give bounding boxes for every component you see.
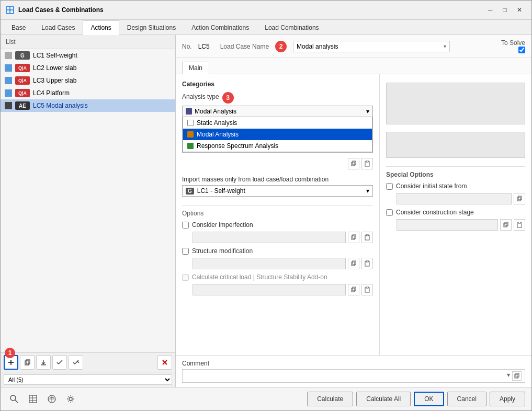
annotation-badge-3: 3: [222, 92, 234, 104]
spacer-1: [386, 127, 525, 130]
consider-imperfection-checkbox[interactable]: [182, 222, 189, 229]
critical-paste-btn[interactable]: [361, 284, 373, 295]
initial-state-copy-btn[interactable]: [514, 193, 525, 204]
subtab-main[interactable]: Main: [182, 62, 209, 74]
consider-imperfection-label: Consider imperfection: [192, 221, 253, 229]
svg-rect-0: [7, 7, 9, 9]
apply-button[interactable]: Apply: [490, 392, 525, 406]
list-toolbar: 1: [1, 352, 175, 372]
comment-copy-btn[interactable]: [512, 371, 522, 381]
comment-label: Comment: [182, 360, 525, 367]
no-value: LC5: [198, 43, 214, 50]
list-item-selected[interactable]: AE LC5 Modal analysis: [1, 99, 175, 112]
construction-stage-paste-btn[interactable]: [514, 219, 525, 231]
search-tool-button[interactable]: [7, 392, 21, 406]
item-badge: Q|A: [15, 89, 30, 97]
item-swatch: [5, 52, 12, 59]
consider-initial-state-field: Consider initial state from: [386, 182, 525, 190]
imperfection-input[interactable]: [193, 232, 346, 243]
svg-point-33: [10, 395, 16, 401]
svg-rect-20: [366, 260, 368, 262]
comment-input-dropdown[interactable]: ▾: [182, 369, 525, 383]
minimize-button[interactable]: ─: [483, 5, 497, 15]
list-item[interactable]: Q|A LC2 Lower slab: [1, 62, 175, 74]
cancel-button[interactable]: Cancel: [447, 392, 486, 406]
tab-actions[interactable]: Actions: [83, 20, 119, 35]
load-case-name-label: Load Case Name: [220, 43, 269, 50]
item-label: LC3 Upper slab: [33, 77, 76, 84]
tab-load-combinations[interactable]: Load Combinations: [257, 20, 326, 35]
structure-modification-field: Structure modification: [182, 247, 373, 255]
to-solve-label: To Solve: [501, 39, 525, 47]
svg-rect-8: [41, 364, 46, 366]
imperfection-copy-btn[interactable]: [348, 232, 359, 243]
paste-type-button[interactable]: [361, 158, 373, 169]
structure-mod-copy-btn[interactable]: [348, 258, 359, 269]
calculate-all-button[interactable]: Calculate All: [356, 392, 411, 406]
title-bar: Load Cases & Combinations ─ □ ✕: [1, 1, 531, 20]
graph-tool-button[interactable]: [44, 392, 59, 406]
structure-mod-input[interactable]: [193, 258, 346, 269]
import-masses-dropdown[interactable]: G LC1 - Self-weight ▾: [182, 185, 373, 197]
table-tool-button[interactable]: [26, 392, 40, 406]
tab-design-situations[interactable]: Design Situations: [119, 20, 184, 35]
calculate-button[interactable]: Calculate: [307, 392, 353, 406]
annotation-badge-2: 2: [275, 41, 287, 52]
critical-copy-btn[interactable]: [348, 284, 359, 295]
list-filter-dropdown[interactable]: All (5): [4, 374, 172, 385]
special-options-title: Special Options: [386, 171, 525, 178]
window-controls: ─ □ ✕: [483, 5, 526, 15]
copy-list-item-button[interactable]: [20, 355, 35, 370]
import-masses-label: Import masses only from load case/load c…: [182, 176, 373, 183]
dropdown-option-rsa[interactable]: Response Spectrum Analysis: [183, 140, 372, 152]
consider-construction-stage-label: Consider construction stage: [396, 209, 474, 216]
consider-construction-stage-checkbox[interactable]: [386, 209, 393, 216]
construction-stage-copy-btn[interactable]: [500, 219, 512, 231]
item-swatch: [5, 64, 12, 72]
svg-rect-32: [516, 373, 519, 377]
structure-mod-paste-btn[interactable]: [361, 258, 373, 269]
initial-state-input[interactable]: [397, 193, 512, 204]
left-panel: List G LC1 Self-weight Q|A LC2 Lower sla…: [1, 35, 176, 387]
modal-analysis-selected-dot-icon: [187, 131, 194, 138]
structure-mod-input-row: [193, 258, 373, 269]
ok-button[interactable]: OK: [414, 392, 444, 406]
imperfection-paste-btn[interactable]: [361, 232, 373, 243]
close-button[interactable]: ✕: [513, 5, 526, 15]
cross-check-button[interactable]: [69, 355, 83, 370]
delete-list-item-button[interactable]: [157, 355, 172, 370]
check-button[interactable]: [52, 355, 67, 370]
svg-rect-35: [29, 395, 37, 403]
dropdown-option-modal-selected[interactable]: Modal Analysis: [183, 129, 372, 140]
calculate-critical-label: Calculate critical load | Structure Stab…: [192, 273, 327, 281]
tab-base[interactable]: Base: [4, 20, 33, 35]
list-item[interactable]: G LC1 Self-weight: [1, 49, 175, 62]
consider-initial-state-checkbox[interactable]: [386, 183, 393, 190]
modal-analysis-dot-icon: [186, 108, 192, 115]
tab-load-cases[interactable]: Load Cases: [33, 20, 83, 35]
load-case-name-dropdown[interactable]: Modal analysis ▾: [293, 41, 450, 52]
import-button[interactable]: [36, 355, 51, 370]
calculate-critical-field: Calculate critical load | Structure Stab…: [182, 273, 373, 281]
to-solve-checkbox[interactable]: [518, 47, 525, 53]
analysis-type-label-row: Analysis type 3: [182, 92, 373, 104]
list-item[interactable]: Q|A LC4 Platform: [1, 87, 175, 99]
comment-controls: ▾: [507, 371, 522, 381]
import-dropdown-arrow-icon: ▾: [366, 187, 369, 195]
list-count-row: All (5): [1, 372, 175, 387]
tab-action-combinations[interactable]: Action Combinations: [184, 20, 257, 35]
dropdown-option-static[interactable]: Static Analysis: [183, 117, 372, 129]
maximize-button[interactable]: □: [498, 5, 512, 15]
list-item[interactable]: Q|A LC3 Upper slab: [1, 74, 175, 87]
construction-stage-input[interactable]: [397, 219, 498, 231]
dropdown-open-arrow-icon: ▾: [366, 108, 369, 115]
structure-modification-checkbox[interactable]: [182, 248, 189, 255]
copy-type-button[interactable]: [348, 158, 359, 169]
no-label: No.: [182, 43, 192, 50]
analysis-type-dropdown[interactable]: Modal Analysis ▾ Static Analysis: [182, 106, 373, 153]
list-items-container: G LC1 Self-weight Q|A LC2 Lower slab Q|A…: [1, 49, 175, 352]
settings-tool-button[interactable]: [63, 392, 78, 406]
svg-rect-3: [10, 10, 13, 13]
options-section: Options Consider imperfection: [182, 205, 373, 295]
structure-modification-label: Structure modification: [192, 247, 253, 255]
